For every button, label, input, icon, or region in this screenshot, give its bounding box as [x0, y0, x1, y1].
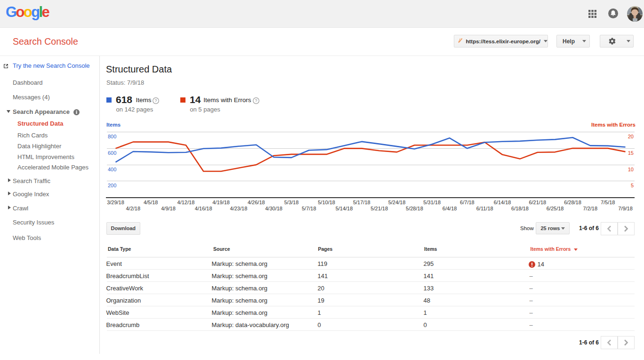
svg-text:6/25/18: 6/25/18	[547, 206, 564, 211]
svg-text:Items: Items	[106, 122, 121, 128]
svg-text:6/14/18: 6/14/18	[494, 200, 511, 205]
svg-text:7/5/18: 7/5/18	[601, 200, 615, 205]
svg-text:400: 400	[108, 167, 116, 172]
svg-text:5/24/18: 5/24/18	[388, 200, 406, 205]
svg-text:4/19/18: 4/19/18	[212, 200, 230, 205]
svg-text:5/28/18: 5/28/18	[406, 206, 423, 211]
svg-text:6/11/18: 6/11/18	[476, 206, 493, 211]
svg-text:15: 15	[628, 150, 634, 156]
svg-text:600: 600	[108, 150, 116, 156]
svg-text:4/5/18: 4/5/18	[144, 200, 158, 205]
svg-text:800: 800	[108, 134, 116, 139]
svg-text:4/16/18: 4/16/18	[195, 206, 212, 211]
svg-text:Items with Errors: Items with Errors	[591, 122, 636, 128]
svg-text:3/29/18: 3/29/18	[107, 200, 124, 205]
svg-text:4/30/18: 4/30/18	[265, 206, 282, 211]
svg-text:5/17/18: 5/17/18	[353, 200, 370, 205]
svg-text:4/12/18: 4/12/18	[177, 200, 195, 205]
svg-text:6/7/18: 6/7/18	[460, 200, 475, 205]
svg-text:6/28/18: 6/28/18	[564, 200, 581, 205]
svg-text:20: 20	[628, 134, 634, 139]
svg-text:7/2/18: 7/2/18	[583, 206, 598, 211]
svg-text:4/2/18: 4/2/18	[126, 206, 141, 211]
svg-text:5/14/18: 5/14/18	[336, 206, 353, 211]
svg-text:4/26/18: 4/26/18	[248, 200, 265, 205]
svg-text:5/10/18: 5/10/18	[318, 200, 335, 205]
svg-text:10: 10	[628, 167, 634, 172]
svg-text:6/18/18: 6/18/18	[511, 206, 529, 211]
svg-text:5: 5	[631, 183, 634, 188]
svg-text:6/4/18: 6/4/18	[443, 206, 457, 211]
svg-text:7/9/18: 7/9/18	[618, 206, 633, 211]
svg-text:5/21/18: 5/21/18	[370, 206, 388, 211]
svg-text:5/3/18: 5/3/18	[284, 200, 299, 205]
svg-text:5/7/18: 5/7/18	[302, 206, 316, 211]
svg-text:4/23/18: 4/23/18	[230, 206, 248, 211]
svg-text:4/9/18: 4/9/18	[161, 206, 176, 211]
svg-text:5/31/18: 5/31/18	[423, 200, 441, 205]
svg-text:6/21/18: 6/21/18	[529, 200, 546, 205]
svg-text:200: 200	[108, 183, 116, 188]
